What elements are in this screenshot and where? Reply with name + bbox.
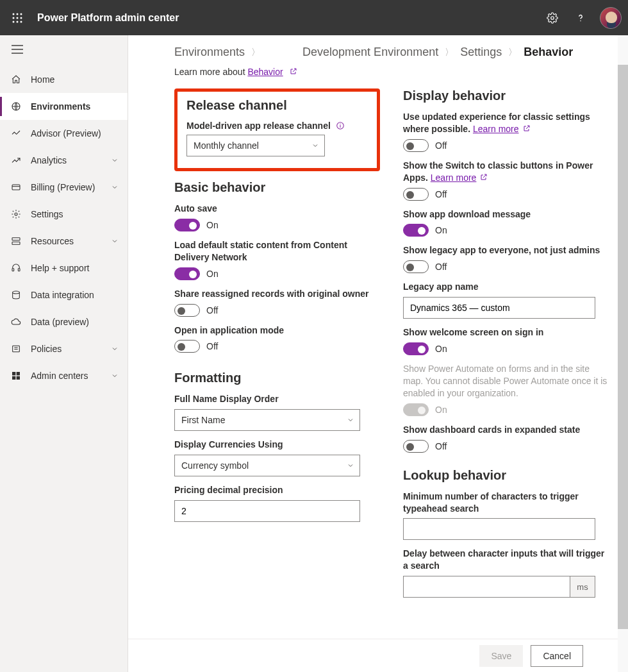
updated-experience-toggle[interactable] [403,139,429,152]
release-channel-highlight: Release channel Model-driven app release… [174,88,380,171]
legacy-everyone-toggle[interactable] [403,260,429,273]
auto-save-toggle[interactable] [174,219,200,231]
precision-input-field[interactable] [181,501,340,521]
sidebar-item-environments[interactable]: Environments [0,93,128,120]
external-link-icon [480,173,488,181]
svg-rect-23 [13,346,20,351]
chevron-down-icon [111,156,119,164]
sidebar-item-label: Environments [31,101,90,112]
sidebar-item-policies[interactable]: Policies [0,335,128,362]
chevron-right-icon: 〉 [445,47,454,58]
learn-more-link[interactable]: Learn more [431,172,477,183]
sidebar-item-advisor[interactable]: Advisor (Preview) [0,120,128,147]
delay-label: Delay between character inputs that will… [403,548,609,572]
nav-toggle-icon[interactable] [0,35,128,63]
sidebar-item-help[interactable]: Help + support [0,255,128,281]
sidebar-item-billing[interactable]: Billing (Preview) [0,174,128,201]
breadcrumb-current: Behavior [524,46,573,59]
scrollbar-thumb[interactable] [618,65,628,629]
toggle-state: Off [206,305,218,315]
content-area: Environments 〉 Development Environment 〉… [128,35,628,672]
app-title: Power Platform admin center [37,12,179,24]
sidebar-item-data-preview[interactable]: Data (preview) [0,308,128,335]
chevron-down-icon [111,183,119,191]
cdn-toggle[interactable] [174,267,200,280]
min-chars-input[interactable] [403,518,595,540]
name-order-select[interactable]: First Name [174,409,360,431]
sidebar-item-label: Advisor (Preview) [31,128,101,139]
dashboard-expanded-toggle[interactable] [403,440,429,453]
svg-point-7 [17,21,19,22]
sidebar-item-label: Data integration [31,290,94,300]
legacy-app-name-input[interactable] [403,297,595,319]
info-icon[interactable] [336,121,345,130]
toggle-state: Off [435,140,447,151]
toggle-state: Off [206,341,218,351]
min-chars-field[interactable] [410,519,575,539]
scrollbar[interactable] [618,35,628,672]
delay-field[interactable] [410,576,565,597]
sidebar-item-label: Analytics [31,155,67,165]
app-launcher-icon[interactable] [6,7,28,29]
footer-bar: Save Cancel [128,639,618,672]
environments-icon [10,101,22,112]
sidebar-item-resources[interactable]: Resources [0,228,128,255]
sidebar-item-home[interactable]: Home [0,66,128,93]
select-value: Currency symbol [181,460,249,471]
delay-input[interactable] [403,576,595,598]
power-automate-text: Show Power Automate on forms and in the … [403,363,609,399]
sidebar-item-admin-centers[interactable]: Admin centers [0,362,128,389]
app-mode-toggle[interactable] [174,340,200,353]
learn-more-prefix: Learn more about [174,67,247,77]
svg-rect-26 [12,372,15,375]
sidebar-item-label: Admin centers [31,371,88,381]
name-order-label: Full Name Display Order [174,393,380,405]
external-link-icon [523,124,531,132]
advisor-icon [10,128,22,139]
svg-point-0 [13,13,15,15]
chevron-down-icon [347,416,354,424]
switch-classic-text: Show the Switch to classic buttons in Po… [403,160,609,184]
breadcrumb-environments[interactable]: Environments [174,46,245,59]
download-msg-toggle[interactable] [403,224,429,237]
svg-rect-27 [17,372,20,375]
svg-rect-28 [12,376,15,380]
learn-more-link[interactable]: Learn more [473,124,519,134]
formatting-heading: Formatting [174,371,380,385]
share-reassigned-label: Share reassigned records with original o… [174,288,380,300]
svg-point-6 [13,21,15,22]
currency-select[interactable]: Currency symbol [174,455,360,476]
share-reassigned-toggle[interactable] [174,304,200,317]
precision-input[interactable] [174,500,360,522]
sidebar-item-data-integration[interactable]: Data integration [0,281,128,308]
svg-rect-21 [18,269,20,271]
select-value: First Name [181,415,225,425]
learn-more-behavior-link[interactable]: Behavior [247,67,283,77]
currency-label: Display Currencies Using [174,439,380,451]
chevron-down-icon [111,372,119,380]
svg-rect-20 [12,269,14,271]
chevron-down-icon [111,345,119,353]
cancel-button[interactable]: Cancel [531,645,583,667]
sidebar-item-settings[interactable]: Settings [0,201,128,228]
cdn-label: Load default static content from Content… [174,239,380,264]
user-avatar[interactable] [600,7,622,29]
welcome-screen-toggle[interactable] [403,342,429,355]
switch-classic-toggle[interactable] [403,188,429,201]
breadcrumb-development-environment[interactable]: Development Environment [302,46,438,59]
svg-rect-19 [12,242,20,244]
sidebar-item-analytics[interactable]: Analytics [0,147,128,174]
admin-centers-icon [10,370,22,382]
sidebar-item-label: Resources [31,236,74,246]
help-icon[interactable] [566,4,595,32]
svg-point-10 [580,20,581,21]
min-chars-label: Minimum number of characters to trigger … [403,491,609,515]
legacy-app-name-field[interactable] [410,298,575,318]
breadcrumb-settings[interactable]: Settings [460,46,502,59]
svg-point-5 [21,17,22,19]
release-channel-select[interactable]: Monthly channel [186,135,325,156]
policies-icon [10,343,22,355]
welcome-screen-label: Show welcome screen on sign in [403,326,609,339]
chevron-down-icon [111,237,119,245]
settings-icon[interactable] [538,4,566,32]
